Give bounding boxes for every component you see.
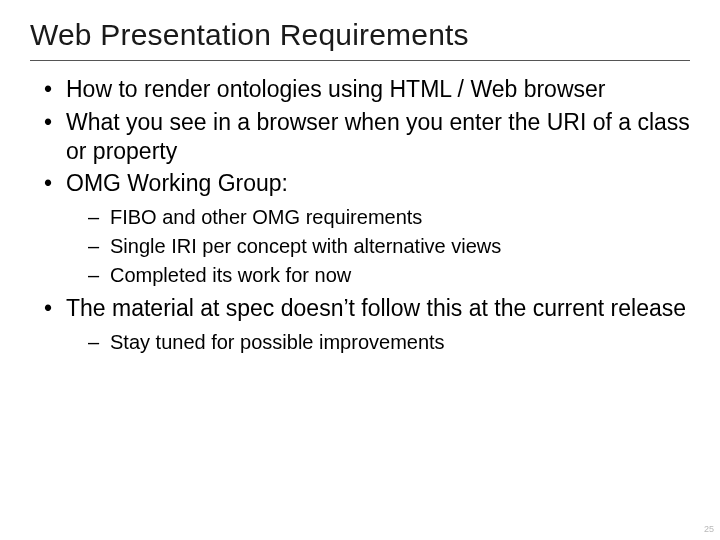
list-item: OMG Working Group: FIBO and other OMG re… (44, 169, 690, 288)
sub-list: Stay tuned for possible improvements (66, 329, 690, 355)
sub-list-item: Completed its work for now (88, 262, 690, 288)
sub-list-item: FIBO and other OMG requirements (88, 204, 690, 230)
page-number: 25 (704, 524, 714, 534)
bullet-list: How to render ontologies using HTML / We… (30, 75, 690, 355)
list-item: What you see in a browser when you enter… (44, 108, 690, 166)
list-item-text: The material at spec doesn’t follow this… (66, 295, 686, 321)
slide: Web Presentation Requirements How to ren… (0, 0, 720, 540)
slide-title: Web Presentation Requirements (30, 18, 690, 61)
sub-list: FIBO and other OMG requirements Single I… (66, 204, 690, 288)
sub-list-item: Stay tuned for possible improvements (88, 329, 690, 355)
sub-list-item: Single IRI per concept with alternative … (88, 233, 690, 259)
list-item-text: OMG Working Group: (66, 170, 288, 196)
list-item: How to render ontologies using HTML / We… (44, 75, 690, 104)
list-item: The material at spec doesn’t follow this… (44, 294, 690, 355)
